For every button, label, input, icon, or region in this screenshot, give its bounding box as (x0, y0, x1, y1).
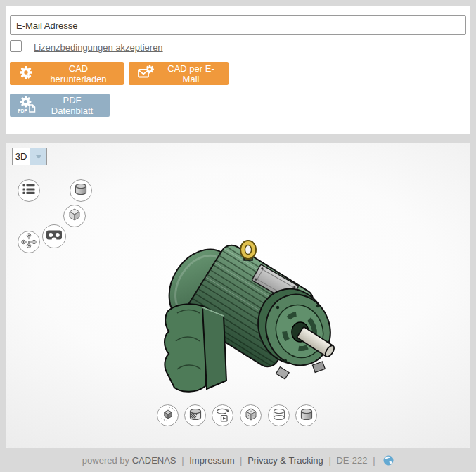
license-checkbox[interactable] (10, 40, 22, 52)
pdf-datasheet-button[interactable]: PDF PDF Datenblatt (10, 94, 110, 117)
privacy-tracking-link[interactable]: Privacy & Tracking (247, 455, 323, 466)
svg-text:PDF: PDF (18, 108, 27, 113)
vr-view-button[interactable] (42, 224, 66, 248)
impressum-link[interactable]: Impressum (189, 455, 234, 466)
viewer-panel: 3D (6, 143, 470, 448)
section-view-button[interactable] (184, 404, 206, 426)
cadenas-embedded-viewer: Lizenzbedingungen akzeptieren CAD herunt… (0, 0, 476, 472)
cad-download-button[interactable]: CAD herunterladen (10, 62, 124, 85)
envelope-gear-icon (136, 64, 155, 83)
solid-cube-icon (67, 207, 82, 225)
shaded-cylinder-icon (73, 181, 89, 200)
wireframe-cube-button[interactable] (240, 404, 262, 426)
button-label: CAD herunterladen (40, 63, 117, 84)
powered-by-label: powered by (82, 455, 129, 466)
animation-button[interactable] (212, 404, 233, 426)
cadenas-brand-link[interactable]: CADENAS (132, 455, 176, 466)
button-label: CAD per E-Mail (160, 63, 221, 84)
gear-pdf-icon: PDF (18, 95, 36, 115)
locale-code: DE-222 (336, 455, 367, 466)
exploded-view-icon (20, 232, 37, 252)
cad-per-email-button[interactable]: CAD per E-Mail (129, 62, 229, 85)
chevron-down-icon[interactable] (30, 148, 47, 165)
view-mode-select[interactable]: 3D (12, 148, 47, 165)
wireframe-cube-icon (243, 407, 259, 425)
solid-view-button[interactable] (63, 205, 86, 227)
email-input[interactable] (10, 15, 466, 35)
animation-icon (214, 406, 231, 426)
gear-download-icon (18, 64, 34, 83)
separator: | (328, 455, 330, 466)
download-form-panel: Lizenzbedingungen akzeptieren CAD herunt… (6, 6, 470, 134)
separator: | (373, 455, 375, 466)
exploded-cube-icon (160, 407, 176, 425)
motor-3d-model (162, 229, 339, 403)
globe-icon[interactable] (380, 455, 394, 466)
wireframe-cylinder-button[interactable] (268, 404, 290, 426)
vr-goggles-icon (45, 228, 63, 245)
exploded-cube-button[interactable] (157, 404, 179, 426)
footer: powered by CADENAS | Impressum | Privacy… (0, 455, 476, 466)
parts-list-icon (21, 181, 37, 200)
button-label: PDF Datenblatt (41, 95, 103, 116)
separator: | (240, 455, 242, 466)
shaded-view-button[interactable] (70, 179, 92, 202)
section-view-icon (188, 407, 203, 425)
shaded-cylinder-icon (299, 407, 314, 425)
shaded-cylinder-button[interactable] (295, 404, 317, 426)
view-mode-value: 3D (12, 148, 30, 165)
parts-list-button[interactable] (18, 179, 40, 202)
separator: | (181, 455, 184, 466)
exploded-view-button[interactable] (18, 231, 40, 253)
license-terms-link[interactable]: Lizenzbedingungen akzeptieren (34, 42, 163, 53)
wireframe-cylinder-icon (271, 407, 287, 425)
